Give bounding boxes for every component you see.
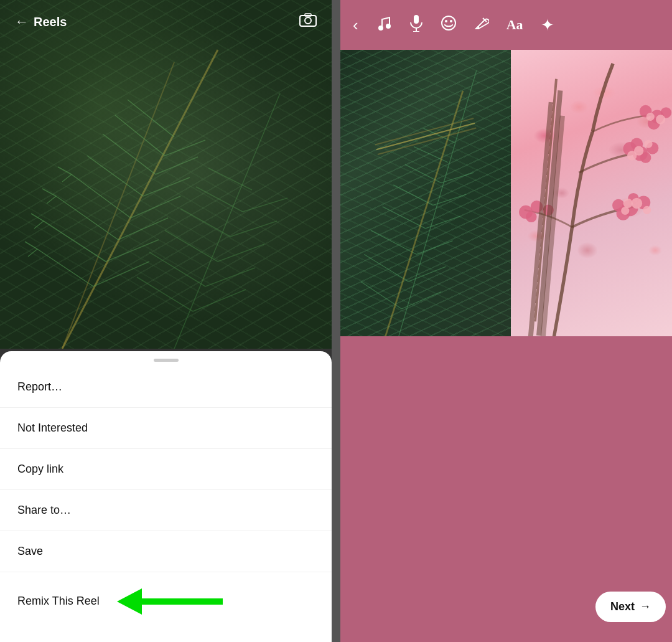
svg-line-21 bbox=[131, 196, 180, 218]
toolbar-face-icon[interactable] bbox=[441, 15, 457, 35]
bottom-sheet: Report… Not Interested Copy link Share t… bbox=[0, 351, 332, 642]
next-label: Next bbox=[610, 600, 635, 613]
copy-link-label: Copy link bbox=[17, 463, 63, 476]
svg-line-17 bbox=[62, 174, 72, 182]
svg-line-8 bbox=[115, 115, 165, 156]
svg-line-53 bbox=[364, 254, 408, 281]
back-button[interactable]: ← Reels bbox=[15, 14, 67, 30]
toolbar-music-icon[interactable] bbox=[376, 14, 392, 35]
camera-button[interactable] bbox=[299, 12, 317, 31]
svg-line-16 bbox=[58, 167, 72, 174]
svg-line-55 bbox=[383, 207, 426, 229]
sheet-item-report[interactable]: Report… bbox=[0, 367, 332, 408]
cherry-blossom-image bbox=[511, 50, 673, 336]
left-panel: ← Reels Report… Not Interested Copy link bbox=[0, 0, 332, 642]
share-to-label: Share to… bbox=[17, 504, 71, 517]
svg-line-54 bbox=[371, 230, 416, 254]
svg-line-9 bbox=[128, 100, 174, 137]
svg-point-90 bbox=[644, 140, 652, 148]
svg-line-12 bbox=[31, 214, 44, 221]
toolbar-back-button[interactable]: ‹ bbox=[353, 16, 358, 35]
svg-line-34 bbox=[218, 244, 264, 262]
svg-line-28 bbox=[165, 230, 218, 262]
svg-point-91 bbox=[627, 151, 637, 160]
svg-line-6 bbox=[87, 156, 143, 196]
svg-point-85 bbox=[623, 199, 632, 208]
svg-line-30 bbox=[196, 187, 243, 212]
fern-image-left bbox=[340, 50, 511, 336]
report-label: Report… bbox=[17, 380, 62, 394]
svg-point-49 bbox=[450, 20, 452, 22]
svg-line-64 bbox=[433, 194, 467, 205]
fern-background: ← Reels bbox=[0, 0, 332, 349]
svg-line-22 bbox=[143, 177, 190, 196]
svg-point-92 bbox=[656, 115, 665, 124]
remix-label: Remix This Reel bbox=[17, 595, 100, 608]
svg-point-87 bbox=[631, 198, 642, 209]
sheet-item-copy-link[interactable]: Copy link bbox=[0, 449, 332, 490]
svg-line-51 bbox=[395, 70, 477, 336]
svg-point-48 bbox=[445, 20, 447, 22]
svg-line-0 bbox=[62, 50, 218, 349]
svg-line-24 bbox=[165, 140, 205, 156]
svg-line-61 bbox=[408, 267, 446, 281]
svg-line-27 bbox=[149, 252, 205, 286]
svg-line-35 bbox=[230, 221, 277, 237]
toolbar-mic-icon[interactable] bbox=[409, 14, 423, 35]
svg-line-11 bbox=[28, 249, 37, 257]
sheet-item-not-interested[interactable]: Not Interested bbox=[0, 408, 332, 449]
svg-rect-40 bbox=[142, 598, 223, 605]
svg-line-33 bbox=[205, 268, 255, 286]
save-label: Save bbox=[17, 545, 43, 558]
toolbar-pen-icon[interactable] bbox=[474, 16, 489, 34]
header-title: Reels bbox=[34, 15, 67, 29]
svg-rect-44 bbox=[414, 15, 419, 24]
right-toolbar: ‹ bbox=[340, 0, 672, 50]
sheet-item-save[interactable]: Save bbox=[0, 531, 332, 572]
svg-line-20 bbox=[118, 218, 168, 240]
svg-line-19 bbox=[106, 240, 159, 262]
svg-point-86 bbox=[643, 206, 651, 214]
sheet-handle bbox=[154, 359, 179, 362]
toolbar-sparkle-icon[interactable]: ✦ bbox=[541, 16, 554, 35]
sheet-item-remix[interactable]: Remix This Reel bbox=[0, 572, 332, 630]
svg-line-18 bbox=[93, 262, 149, 286]
next-button[interactable]: Next → bbox=[595, 592, 666, 622]
svg-point-82 bbox=[530, 201, 543, 213]
svg-line-31 bbox=[208, 168, 252, 190]
camera-icon bbox=[299, 12, 317, 27]
svg-line-62 bbox=[417, 241, 453, 255]
svg-line-23 bbox=[156, 157, 198, 174]
svg-point-88 bbox=[621, 207, 629, 215]
svg-point-83 bbox=[543, 205, 554, 216]
green-arrow-icon bbox=[117, 586, 229, 616]
next-arrow-icon: → bbox=[640, 600, 651, 613]
left-header: ← Reels bbox=[0, 0, 332, 44]
svg-line-32 bbox=[193, 290, 246, 311]
svg-point-43 bbox=[386, 24, 391, 29]
svg-line-26 bbox=[137, 277, 193, 311]
svg-line-15 bbox=[47, 196, 56, 204]
svg-line-29 bbox=[180, 209, 230, 237]
svg-point-38 bbox=[305, 17, 311, 24]
svg-line-59 bbox=[423, 128, 454, 143]
svg-line-60 bbox=[401, 292, 441, 309]
sheet-item-share-to[interactable]: Share to… bbox=[0, 490, 332, 531]
svg-point-93 bbox=[646, 113, 654, 121]
svg-line-14 bbox=[42, 189, 56, 196]
svg-line-7 bbox=[103, 134, 156, 174]
back-arrow-icon: ← bbox=[15, 14, 29, 30]
svg-marker-41 bbox=[117, 588, 142, 615]
toolbar-text-icon[interactable]: Aa bbox=[506, 17, 523, 33]
not-interested-label: Not Interested bbox=[17, 422, 88, 435]
svg-line-5 bbox=[72, 174, 131, 218]
svg-line-36 bbox=[243, 198, 287, 212]
svg-line-2 bbox=[37, 249, 93, 286]
svg-line-3 bbox=[44, 221, 106, 262]
svg-line-4 bbox=[56, 196, 118, 240]
svg-line-63 bbox=[426, 216, 460, 229]
right-panel: ‹ bbox=[340, 0, 672, 642]
svg-line-10 bbox=[25, 242, 37, 249]
svg-line-66 bbox=[381, 91, 463, 336]
svg-point-47 bbox=[442, 16, 455, 30]
